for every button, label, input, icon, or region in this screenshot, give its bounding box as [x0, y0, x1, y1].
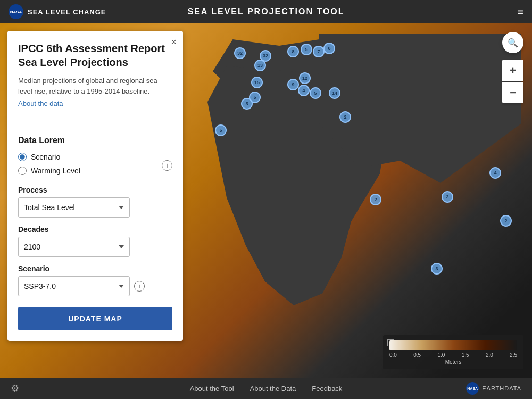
map-marker[interactable]: 15 — [251, 77, 263, 88]
legend-v1: 0.5 — [413, 352, 421, 358]
warming-label: Warming Level — [31, 167, 80, 175]
panel-description: Median projections of global and regiona… — [18, 76, 172, 96]
nasa-small-logo: NASA — [466, 382, 479, 395]
page-title: SEA LEVEL PROJECTION TOOL — [187, 7, 344, 16]
data-type-row: Scenario Warming Level i — [18, 153, 172, 178]
warming-radio-item[interactable]: Warming Level — [18, 167, 80, 175]
divider — [18, 127, 172, 127]
map-marker[interactable]: 2 — [370, 194, 381, 205]
legend-title: Meters — [389, 359, 517, 365]
map-marker[interactable]: 5 — [301, 44, 312, 55]
scenario-field-label: Scenario — [18, 264, 172, 273]
warming-radio[interactable] — [18, 167, 27, 175]
earthdata-logo: NASA EARTHDATA — [466, 382, 521, 395]
main-content: 3232857613151294145552523422 🔍 + − 0.0 0… — [0, 23, 532, 378]
map-marker[interactable]: 2 — [339, 111, 351, 123]
map-marker[interactable]: 5 — [215, 124, 227, 136]
map-legend: 0.0 0.5 1.0 1.5 2.0 2.5 Meters — [383, 335, 523, 369]
map-marker[interactable]: 14 — [329, 87, 340, 99]
map-marker[interactable]: 13 — [254, 60, 266, 71]
decades-select[interactable]: 2100 — [18, 237, 130, 257]
zoom-controls: + − — [502, 60, 523, 103]
zoom-in-button[interactable]: + — [502, 60, 523, 81]
map-marker[interactable]: 4 — [298, 85, 310, 96]
close-panel-button[interactable]: × — [171, 37, 177, 47]
legend-corner-mark — [387, 339, 394, 346]
scenario-radio[interactable] — [18, 153, 27, 161]
decades-select-wrapper: 2100 — [18, 237, 172, 257]
site-title: SEA LEVEL CHANGE — [28, 8, 106, 16]
map-search-button[interactable]: 🔍 — [502, 32, 523, 53]
legend-v3: 1.5 — [462, 352, 469, 358]
scenario-info-icon[interactable]: i — [134, 281, 145, 292]
footer-about-data-link[interactable]: About the Data — [250, 385, 296, 393]
map-marker[interactable]: 3 — [431, 263, 443, 275]
footer: ⚙ About the Tool About the Data Feedback… — [0, 378, 532, 399]
zoom-out-button[interactable]: − — [502, 82, 523, 103]
legend-labels: 0.0 0.5 1.0 1.5 2.0 2.5 — [389, 352, 517, 358]
legend-v2: 1.0 — [437, 352, 445, 358]
panel-title: IPCC 6th Assessment Report Sea Level Pro… — [18, 41, 172, 69]
update-map-button[interactable]: UPDATE MAP — [18, 307, 172, 330]
nav-brand: NASA SEA LEVEL CHANGE — [9, 4, 106, 19]
legend-gradient-bar — [389, 340, 517, 350]
decades-field-label: Decades — [18, 225, 172, 234]
map-marker[interactable]: 4 — [489, 167, 501, 179]
map-marker[interactable]: 5 — [241, 98, 253, 110]
data-type-group: Scenario Warming Level — [18, 153, 80, 175]
process-field-label: Process — [18, 186, 172, 194]
footer-about-tool-link[interactable]: About the Tool — [190, 385, 234, 393]
scenario-select-wrapper: SSP3-7.0 i — [18, 276, 172, 296]
about-data-link[interactable]: About the data — [18, 99, 63, 107]
map-marker[interactable]: 9 — [287, 79, 299, 90]
process-select-wrapper: Total Sea Level — [18, 197, 172, 218]
map-marker[interactable]: 6 — [323, 43, 335, 54]
side-panel: × IPCC 6th Assessment Report Sea Level P… — [7, 31, 183, 341]
legend-min: 0.0 — [389, 352, 397, 358]
menu-icon[interactable]: ≡ — [517, 6, 523, 18]
map-marker[interactable]: 32 — [234, 47, 246, 59]
search-icon: 🔍 — [508, 38, 518, 48]
map-marker[interactable]: 12 — [299, 72, 311, 84]
earthdata-text: EARTHDATA — [482, 385, 521, 392]
map-marker[interactable]: 5 — [310, 87, 321, 99]
map-marker[interactable]: 8 — [287, 46, 299, 57]
scenario-label: Scenario — [31, 153, 60, 161]
footer-feedback-link[interactable]: Feedback — [312, 385, 342, 393]
footer-left: ⚙ — [11, 383, 19, 394]
footer-links: About the Tool About the Data Feedback — [190, 385, 343, 393]
map-marker[interactable]: 2 — [442, 191, 453, 203]
data-section-title: Data Lorem — [18, 136, 172, 145]
process-select[interactable]: Total Sea Level — [18, 197, 130, 218]
nasa-logo: NASA — [9, 4, 23, 19]
scenario-select[interactable]: SSP3-7.0 — [18, 276, 130, 296]
scenario-radio-item[interactable]: Scenario — [18, 153, 80, 161]
datatype-info-icon[interactable]: i — [162, 160, 172, 171]
map-marker[interactable]: 7 — [313, 46, 325, 57]
legend-v4: 2.0 — [486, 352, 493, 358]
top-navigation: NASA SEA LEVEL CHANGE SEA LEVEL PROJECTI… — [0, 0, 532, 23]
settings-icon[interactable]: ⚙ — [11, 383, 19, 394]
legend-max: 2.5 — [510, 352, 517, 358]
map-marker[interactable]: 2 — [500, 215, 512, 227]
